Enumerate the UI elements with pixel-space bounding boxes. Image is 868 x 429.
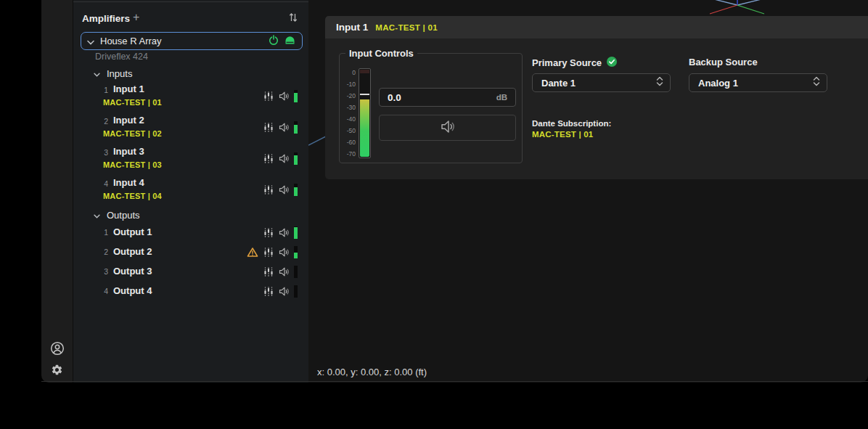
account-icon <box>50 347 65 358</box>
sidebar-item-house-r-array[interactable]: House R Array <box>81 32 303 50</box>
gain-input[interactable] <box>388 92 496 103</box>
panel-subtitle: MAC-TEST | 01 <box>375 23 438 32</box>
outputs-group-label: Outputs <box>107 210 140 221</box>
sidebar-item-input-1[interactable]: 1 Input 1 MAC-TEST | 01 <box>73 83 309 113</box>
cursor-coordinates: x: 0.00, y: 0.00, z: 0.00 (ft) <box>317 367 427 377</box>
meter-tick: 0 <box>340 69 356 76</box>
app-window: Amplifiers + House R Array <box>0 0 868 429</box>
fader-icon[interactable] <box>263 154 274 164</box>
sidebar-item-output-3[interactable]: 3 Output 3 <box>73 265 309 279</box>
meter-tick: -50 <box>340 127 356 134</box>
warning-icon <box>247 247 258 258</box>
channel-number: 2 <box>99 248 108 256</box>
speaker-icon[interactable] <box>279 185 290 195</box>
level-meter <box>294 152 298 165</box>
speaker-icon[interactable] <box>279 228 290 237</box>
backup-source-label-text: Backup Source <box>689 57 758 68</box>
channel-name: Output 4 <box>113 285 152 296</box>
backup-source-value: Analog 1 <box>698 78 813 89</box>
sidebar-header: Amplifiers + <box>82 12 301 26</box>
meter-tick: -20 <box>340 92 356 99</box>
channel-subscription: MAC-TEST | 04 <box>103 192 162 200</box>
fader-icon[interactable] <box>263 123 274 133</box>
chevron-down-icon <box>87 35 94 48</box>
channel-subscription: MAC-TEST | 01 <box>103 98 162 107</box>
meter-fill <box>360 99 369 157</box>
level-meter <box>294 121 298 134</box>
amplifiers-sidebar: Amplifiers + House R Array <box>73 0 308 383</box>
fader-icon[interactable] <box>263 185 274 195</box>
gain-field: dB <box>379 88 516 107</box>
panel-header: Input 1 MAC-TEST | 01 <box>325 16 868 38</box>
input-controls-group: Input Controls 0 -10 -20 -30 -40 -50 -60… <box>339 53 523 163</box>
level-meter <box>294 184 298 196</box>
channel-number: 2 <box>99 117 108 126</box>
sidebar-item-input-4[interactable]: 4 Input 4 MAC-TEST | 04 <box>73 177 309 206</box>
input-controls-legend: Input Controls <box>345 48 417 59</box>
gain-unit: dB <box>496 93 507 102</box>
up-down-chevrons-icon <box>813 76 820 89</box>
channel-name: Output 3 <box>113 266 152 277</box>
level-meter <box>294 226 298 239</box>
fader-icon[interactable] <box>263 248 274 258</box>
sort-button[interactable] <box>288 12 298 23</box>
primary-source-select[interactable]: Dante 1 <box>532 73 671 92</box>
channel-name: Input 3 <box>113 146 144 157</box>
sidebar-title: Amplifiers <box>82 13 130 24</box>
meter-tick: -40 <box>340 115 356 123</box>
channel-name: Output 2 <box>113 246 152 257</box>
dante-subscription-value: MAC-TEST | 01 <box>532 130 593 139</box>
speaker-icon[interactable] <box>279 123 290 132</box>
add-amplifier-button[interactable]: + <box>133 11 139 24</box>
inputs-group-toggle[interactable]: Inputs <box>94 67 132 80</box>
speaker-icon <box>440 120 456 136</box>
fader-icon[interactable] <box>263 228 274 238</box>
channel-number: 4 <box>99 287 108 295</box>
backup-source-label: Backup Source <box>689 57 758 68</box>
meter-tick: -60 <box>340 139 356 146</box>
fader-icon[interactable] <box>263 287 274 297</box>
chevron-down-icon <box>94 67 100 80</box>
primary-source-value: Dante 1 <box>541 78 656 89</box>
outputs-group-toggle[interactable]: Outputs <box>94 208 140 221</box>
channel-number: 1 <box>99 86 108 94</box>
inputs-group-label: Inputs <box>107 68 132 79</box>
power-icon[interactable] <box>269 35 279 48</box>
chevron-down-icon <box>94 208 100 221</box>
sidebar-item-output-1[interactable]: 1 Output 1 <box>73 226 309 240</box>
check-circle-icon <box>607 57 617 69</box>
backup-source-select[interactable]: Analog 1 <box>689 73 827 92</box>
mute-button[interactable] <box>379 115 516 141</box>
settings-button[interactable] <box>51 364 63 376</box>
channel-subscription: MAC-TEST | 03 <box>103 160 162 169</box>
sidebar-item-input-3[interactable]: 3 Input 3 MAC-TEST | 03 <box>73 146 309 175</box>
sidebar-item-input-2[interactable]: 2 Input 2 MAC-TEST | 02 <box>73 115 309 144</box>
channel-number: 1 <box>99 228 108 237</box>
sort-arrows-icon <box>288 12 298 23</box>
speaker-icon[interactable] <box>279 91 290 101</box>
scene-wire <box>308 135 326 148</box>
channel-name: Input 2 <box>113 115 144 126</box>
axes-gizmo <box>689 0 784 16</box>
panel-title: Input 1 <box>336 22 368 33</box>
sidebar-item-output-4[interactable]: 4 Output 4 <box>73 285 309 299</box>
fader-icon[interactable] <box>263 267 274 277</box>
account-button[interactable] <box>50 341 65 356</box>
input-level-meter <box>359 68 371 158</box>
channel-subscription: MAC-TEST | 02 <box>103 129 162 138</box>
channel-name: Input 4 <box>113 177 144 188</box>
device-name: House R Array <box>100 36 263 46</box>
level-meter <box>294 285 298 298</box>
speaker-icon[interactable] <box>279 267 290 277</box>
primary-source-label: Primary Source <box>532 57 617 69</box>
up-down-chevrons-icon <box>656 76 663 89</box>
fader-icon[interactable] <box>263 91 274 102</box>
amplifier-status-icon <box>284 35 295 48</box>
meter-tick: -70 <box>340 150 356 158</box>
speaker-icon[interactable] <box>279 287 290 296</box>
meter-tick: -30 <box>340 104 356 111</box>
speaker-icon[interactable] <box>279 154 290 163</box>
input-detail-panel: Input 1 MAC-TEST | 01 Input Controls 0 -… <box>325 16 868 179</box>
speaker-icon[interactable] <box>279 248 290 257</box>
sidebar-item-output-2[interactable]: 2 Output 2 <box>73 245 309 260</box>
